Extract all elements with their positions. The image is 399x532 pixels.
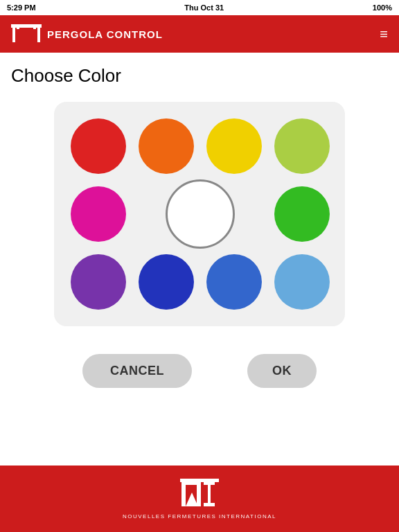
color-red[interactable]: [71, 118, 126, 174]
color-dark-blue[interactable]: [139, 254, 194, 310]
svg-rect-10: [204, 503, 215, 506]
page-title: Choose Color: [0, 53, 399, 95]
color-pink[interactable]: [71, 186, 126, 242]
status-battery: 100%: [373, 3, 392, 12]
color-blue[interactable]: [206, 254, 262, 310]
color-lime[interactable]: [274, 118, 330, 174]
header-title: PERGOLA CONTROL: [47, 28, 163, 40]
app-footer: NOUVELLES FERMETURES INTERNATIONAL: [0, 466, 399, 532]
ok-button[interactable]: OK: [247, 354, 317, 388]
footer-brand: NOUVELLES FERMETURES INTERNATIONAL: [123, 513, 276, 520]
nfi-logo: [180, 479, 219, 512]
svg-marker-8: [186, 493, 198, 506]
menu-icon[interactable]: ≡: [380, 26, 388, 42]
svg-rect-0: [12, 26, 15, 42]
svg-rect-5: [181, 481, 186, 506]
svg-rect-11: [208, 485, 211, 503]
svg-rect-1: [37, 26, 40, 42]
buttons-row: CANCEL OK: [0, 354, 399, 388]
cancel-button[interactable]: CANCEL: [82, 354, 192, 388]
svg-rect-6: [197, 481, 201, 506]
color-picker-container: [0, 95, 399, 333]
color-yellow[interactable]: [206, 118, 262, 174]
status-day: Thu Oct 31: [184, 3, 224, 12]
color-purple[interactable]: [71, 254, 126, 310]
color-picker-grid: [54, 102, 345, 326]
app-header: PERGOLA CONTROL ≡: [0, 15, 399, 53]
header-logo: PERGOLA CONTROL: [11, 23, 163, 45]
color-orange[interactable]: [139, 118, 194, 174]
svg-rect-3: [17, 24, 19, 29]
svg-rect-13: [184, 479, 188, 484]
color-green[interactable]: [274, 186, 330, 242]
color-white-cell: [166, 179, 235, 249]
color-light-blue[interactable]: [274, 254, 330, 310]
svg-rect-2: [11, 24, 42, 28]
svg-rect-4: [33, 24, 36, 29]
color-white[interactable]: [166, 179, 235, 249]
status-time: 5:29 PM: [7, 3, 36, 12]
pergola-icon: [11, 23, 42, 45]
svg-rect-14: [194, 479, 197, 484]
status-bar: 5:29 PM Thu Oct 31 100%: [0, 0, 399, 15]
